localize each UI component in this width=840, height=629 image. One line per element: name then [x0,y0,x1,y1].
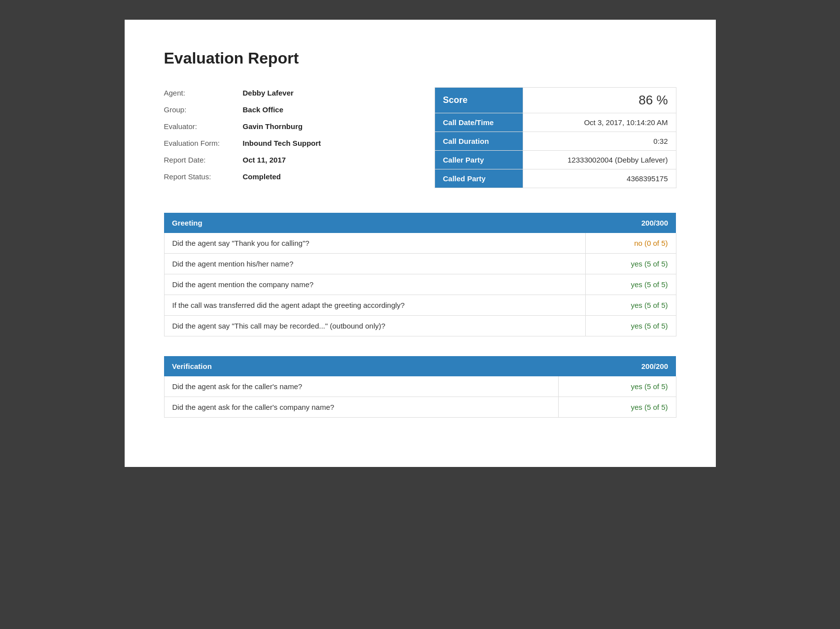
evaluator-value: Gavin Thornburg [243,121,303,132]
called-party-label: Called Party [435,169,523,188]
question-cell: Did the agent ask for the caller's compa… [164,397,558,418]
group-label: Group: [164,104,243,116]
form-label: Evaluation Form: [164,137,243,149]
answer-cell: yes (5 of 5) [558,397,676,418]
report-status-row: Report Status: Completed [164,171,405,183]
evaluator-label: Evaluator: [164,121,243,132]
table-row: Did the agent ask for the caller's compa… [164,397,676,418]
table-row: Did the agent mention his/her name?yes (… [164,254,676,274]
page-title: Evaluation Report [164,49,676,67]
caller-party-label: Caller Party [435,151,523,169]
called-party-row: Called Party 4368395175 [435,169,676,188]
call-duration-row: Call Duration 0:32 [435,132,676,151]
question-cell: If the call was transferred did the agen… [164,295,586,316]
greeting-header-label: Greeting [164,213,586,233]
call-datetime-row: Call Date/Time Oct 3, 2017, 10:14:20 AM [435,113,676,132]
agent-value: Debby Lafever [243,87,294,99]
verification-table: Verification 200/200 Did the agent ask f… [164,356,676,418]
report-status-label: Report Status: [164,171,243,183]
call-datetime-label: Call Date/Time [435,113,523,132]
question-cell: Did the agent mention the company name? [164,274,586,295]
question-cell: Did the agent say "This call may be reco… [164,316,586,336]
table-row: Did the agent ask for the caller's name?… [164,376,676,397]
score-row: Score 86 % [435,88,676,113]
table-row: Did the agent mention the company name?y… [164,274,676,295]
report-date-row: Report Date: Oct 11, 2017 [164,154,405,166]
answer-cell: no (0 of 5) [586,233,676,254]
verification-header-label: Verification [164,356,558,376]
score-table: Score 86 % Call Date/Time Oct 3, 2017, 1… [435,87,676,188]
greeting-header-score: 200/300 [586,213,676,233]
report-date-value: Oct 11, 2017 [243,154,286,166]
verification-header-row: Verification 200/200 [164,356,676,376]
call-duration-label: Call Duration [435,132,523,151]
score-value: 86 % [523,88,676,113]
question-cell: Did the agent say "Thank you for calling… [164,233,586,254]
call-datetime-value: Oct 3, 2017, 10:14:20 AM [523,113,676,132]
evaluator-row: Evaluator: Gavin Thornburg [164,121,405,132]
table-row: Did the agent say "Thank you for calling… [164,233,676,254]
answer-cell: yes (5 of 5) [558,376,676,397]
greeting-header-row: Greeting 200/300 [164,213,676,233]
verification-header-score: 200/200 [558,356,676,376]
agent-row: Agent: Debby Lafever [164,87,405,99]
answer-cell: yes (5 of 5) [586,316,676,336]
greeting-table: Greeting 200/300 Did the agent say "Than… [164,213,676,336]
answer-cell: yes (5 of 5) [586,295,676,316]
page-container: Evaluation Report Agent: Debby Lafever G… [125,20,716,467]
form-value: Inbound Tech Support [243,137,321,149]
answer-cell: yes (5 of 5) [586,274,676,295]
report-status-value: Completed [243,171,281,183]
caller-party-row: Caller Party 12333002004 (Debby Lafever) [435,151,676,169]
group-value: Back Office [243,104,284,116]
report-date-label: Report Date: [164,154,243,166]
agent-label: Agent: [164,87,243,99]
table-row: Did the agent say "This call may be reco… [164,316,676,336]
called-party-value: 4368395175 [523,169,676,188]
score-label: Score [435,88,523,113]
agent-info: Agent: Debby Lafever Group: Back Office … [164,87,405,188]
question-cell: Did the agent ask for the caller's name? [164,376,558,397]
answer-cell: yes (5 of 5) [586,254,676,274]
report-header: Agent: Debby Lafever Group: Back Office … [164,87,676,188]
group-row: Group: Back Office [164,104,405,116]
question-cell: Did the agent mention his/her name? [164,254,586,274]
table-row: If the call was transferred did the agen… [164,295,676,316]
call-duration-value: 0:32 [523,132,676,151]
form-row: Evaluation Form: Inbound Tech Support [164,137,405,149]
caller-party-value: 12333002004 (Debby Lafever) [523,151,676,169]
